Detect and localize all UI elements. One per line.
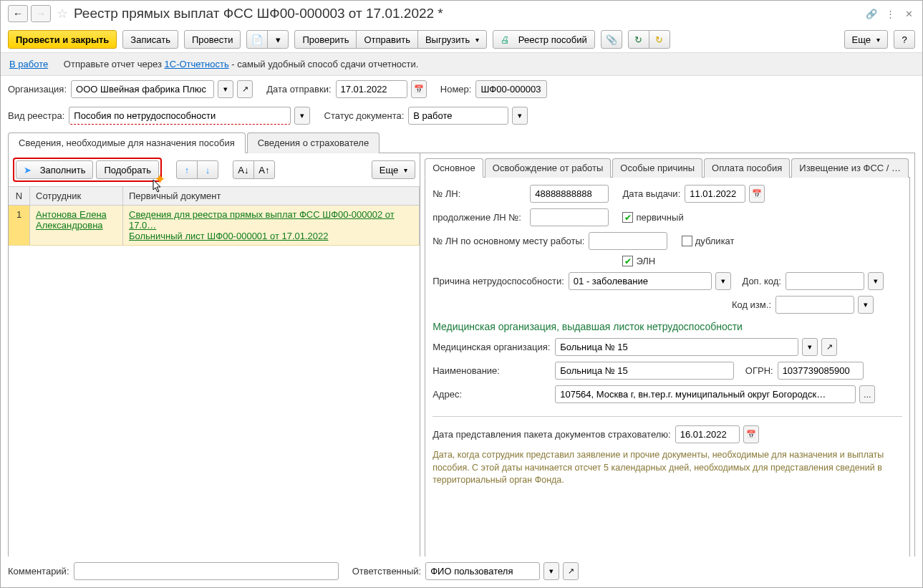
more-button[interactable]: Еще [844,30,888,49]
submit-date-hint: Дата, когда сотрудник представил заявлен… [432,449,902,487]
reason-dropdown[interactable]: ▾ [715,272,731,290]
left-more-button[interactable]: Еще [372,160,415,179]
primary-checkbox[interactable]: ✔первичный [622,212,683,223]
save-button[interactable]: Записать [122,30,178,49]
submit-date-input[interactable] [675,425,740,443]
tab-assign-info[interactable]: Сведения, необходимые для назначения пос… [8,132,246,153]
doc-status-label: Статус документа: [324,110,405,121]
table-row[interactable]: 1 Антонова Елена Александровна Сведения … [9,206,420,246]
window-title: Реестр прямых выплат ФСС ШФ00-000003 от … [74,6,862,21]
submit-date-label: Дата представления пакета документов стр… [432,429,670,440]
addcode-dropdown[interactable]: ▾ [868,272,884,290]
nav-forward-button[interactable]: → [31,5,51,22]
med-name-label: Наименование: [432,365,551,376]
export-button[interactable]: Выгрузить [417,30,487,49]
doc-link-2[interactable]: Больничный лист ШФ00-000001 от 17.01.202… [129,231,329,241]
reg-type-dropdown[interactable]: ▾ [294,107,310,125]
med-org-label: Медицинская организация: [432,342,551,352]
right-tab-notice[interactable]: Извещение из ФСС / … [791,158,909,178]
help-button[interactable]: ? [894,30,915,49]
pick-button[interactable]: Подобрать [96,160,158,179]
send-date-label: Дата отправки: [266,84,331,95]
post-and-close-button[interactable]: Провести и закрыть [8,30,117,49]
med-org-input[interactable] [555,338,798,356]
resp-dropdown[interactable]: ▾ [543,562,559,580]
doc-link-1[interactable]: Сведения для реестра прямых выплат ФСС Ш… [129,209,395,231]
send-date-input[interactable] [336,80,407,98]
row-number: 1 [9,206,30,245]
attach-button[interactable]: 📎 [601,30,622,49]
row-doc: Сведения для реестра прямых выплат ФСС Ш… [123,206,420,245]
chgcode-dropdown[interactable]: ▾ [858,296,874,314]
reason-label: Причина нетрудоспособности: [432,276,564,286]
status-bar: В работе Отправьте отчет через 1С-Отчетн… [1,52,922,76]
employee-link[interactable]: Антонова Елена Александровна [36,209,107,231]
favorite-star-icon[interactable]: ☆ [54,5,71,22]
refresh-button[interactable]: ↻ [628,30,649,49]
refresh-warn-button[interactable]: ↻ [649,30,670,49]
more-vert-icon[interactable]: ⋮ [884,7,897,20]
med-org-dropdown[interactable]: ▾ [802,338,818,356]
comment-label: Комментарий: [8,566,69,577]
right-tab-payment[interactable]: Оплата пособия [704,158,790,178]
resp-open[interactable]: ↗ [563,562,579,580]
number-input[interactable] [475,80,547,98]
post-button[interactable]: Провести [184,30,241,49]
status-prefix: Отправьте отчет через [64,59,165,69]
eln-checkbox[interactable]: ✔ЭЛН [622,256,655,266]
sort-asc-button[interactable]: A↓ [233,160,254,179]
link-icon[interactable]: 🔗 [865,7,878,20]
fill-button[interactable]: ➤ Заполнить [16,160,93,179]
right-tab-leave[interactable]: Освобождение от работы [485,158,612,178]
ogrn-input[interactable] [778,362,864,380]
org-select-button[interactable]: ▾ [218,80,233,98]
ln-no-input[interactable] [530,185,609,203]
ln-main-input[interactable] [589,232,667,250]
reason-input[interactable] [569,272,712,290]
send-button[interactable]: Отправить [356,30,417,49]
sort-desc-button[interactable]: A↑ [253,160,275,179]
registry-button[interactable]: 🖨 Реестр пособий [493,30,595,49]
doc-status-input[interactable] [408,107,508,125]
status-link[interactable]: В работе [9,59,48,69]
structure-button[interactable]: 📄 [246,30,268,49]
col-emp-header[interactable]: Сотрудник [30,187,123,205]
move-down-button[interactable]: ↓ [197,160,218,179]
cont-ln-input[interactable] [530,208,609,226]
nav-back-button[interactable]: ← [8,5,28,22]
org-input[interactable] [71,80,214,98]
ln-main-label: № ЛН по основному месту работы: [432,236,584,246]
cont-ln-label: продолжение ЛН №: [432,212,526,223]
status-suffix: - самый удобный способ сдачи отчетности. [229,59,419,69]
structure-dropdown[interactable]: ▾ [267,30,289,49]
tab-insurer-info[interactable]: Сведения о страхователе [247,132,380,153]
doc-status-dropdown[interactable]: ▾ [512,107,528,125]
addr-ellipsis[interactable]: … [859,385,875,403]
close-icon[interactable]: ✕ [902,7,915,20]
reg-type-input[interactable] [69,107,291,125]
right-tab-special[interactable]: Особые причины [612,158,702,178]
issue-date-picker[interactable]: 📅 [749,185,765,203]
med-name-input[interactable] [555,362,734,380]
row-employee: Антонова Елена Александровна [30,206,123,245]
service-link[interactable]: 1С-Отчетность [165,59,229,69]
date-picker-button[interactable]: 📅 [411,80,427,98]
comment-input[interactable] [74,562,339,580]
col-n-header[interactable]: N [9,187,30,205]
org-open-button[interactable]: ↗ [237,80,253,98]
addr-input[interactable] [555,385,856,403]
right-tab-main[interactable]: Основное [425,158,483,178]
issue-date-input[interactable] [685,185,745,203]
addcode-input[interactable] [786,272,864,290]
duplicate-checkbox[interactable]: дубликат [682,236,735,246]
highlight-group: ➤ Заполнить Подобрать [13,158,162,182]
resp-input[interactable] [425,562,540,580]
check-button[interactable]: Проверить [294,30,357,49]
submit-date-picker[interactable]: 📅 [743,425,759,443]
addcode-label: Доп. код: [742,276,781,286]
col-doc-header[interactable]: Первичный документ [123,187,420,205]
chgcode-input[interactable] [775,296,854,314]
ln-no-label: № ЛН: [432,188,526,199]
move-up-button[interactable]: ↑ [176,160,198,179]
med-org-open[interactable]: ↗ [821,338,837,356]
